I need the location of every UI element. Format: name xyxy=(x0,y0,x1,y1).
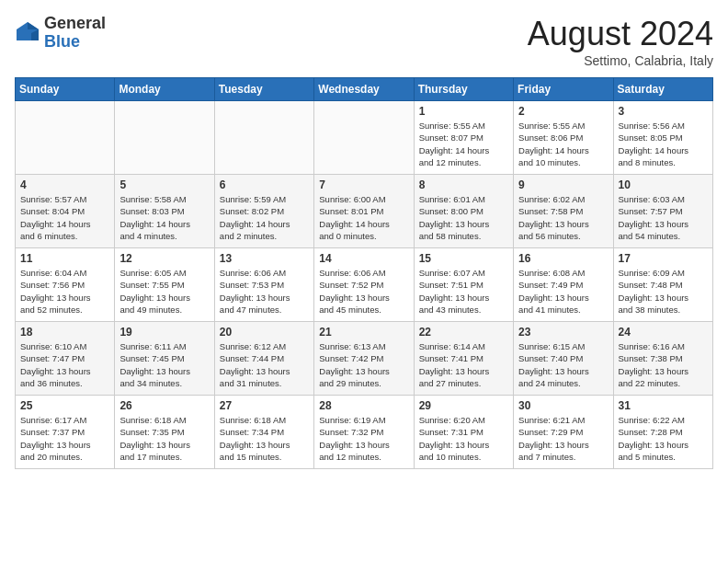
calendar-day: 30Sunrise: 6:21 AM Sunset: 7:29 PM Dayli… xyxy=(514,396,613,469)
day-info: Sunrise: 6:17 AM Sunset: 7:37 PM Dayligh… xyxy=(20,414,109,463)
calendar-day: 1Sunrise: 5:55 AM Sunset: 8:07 PM Daylig… xyxy=(414,101,513,175)
day-number: 12 xyxy=(119,252,209,265)
calendar-day: 8Sunrise: 6:01 AM Sunset: 8:00 PM Daylig… xyxy=(414,175,513,248)
day-info: Sunrise: 5:55 AM Sunset: 8:06 PM Dayligh… xyxy=(518,120,608,168)
title-area: August 2024 Settimo, Calabria, Italy xyxy=(528,15,713,68)
calendar-day: 20Sunrise: 6:12 AM Sunset: 7:44 PM Dayli… xyxy=(214,322,313,396)
calendar-day: 12Sunrise: 6:05 AM Sunset: 7:55 PM Dayli… xyxy=(115,248,214,322)
day-number: 6 xyxy=(220,178,309,191)
calendar-day: 15Sunrise: 6:07 AM Sunset: 7:51 PM Dayli… xyxy=(414,248,513,322)
calendar-table: SundayMondayTuesdayWednesdayThursdayFrid… xyxy=(15,77,713,469)
calendar-day: 27Sunrise: 6:18 AM Sunset: 7:34 PM Dayli… xyxy=(214,396,313,469)
calendar-day xyxy=(115,101,214,175)
location: Settimo, Calabria, Italy xyxy=(528,53,713,68)
calendar-day: 21Sunrise: 6:13 AM Sunset: 7:42 PM Dayli… xyxy=(314,322,414,396)
day-number: 7 xyxy=(319,178,408,191)
day-number: 19 xyxy=(119,326,209,339)
calendar-week: 4Sunrise: 5:57 AM Sunset: 8:04 PM Daylig… xyxy=(16,175,713,248)
calendar-day: 14Sunrise: 6:06 AM Sunset: 7:52 PM Dayli… xyxy=(314,248,414,322)
calendar-day: 23Sunrise: 6:15 AM Sunset: 7:40 PM Dayli… xyxy=(514,322,613,396)
day-info: Sunrise: 6:03 AM Sunset: 7:57 PM Dayligh… xyxy=(619,193,708,242)
calendar-day: 19Sunrise: 6:11 AM Sunset: 7:45 PM Dayli… xyxy=(115,322,214,396)
day-info: Sunrise: 5:58 AM Sunset: 8:03 PM Dayligh… xyxy=(119,193,209,242)
calendar-day: 25Sunrise: 6:17 AM Sunset: 7:37 PM Dayli… xyxy=(16,396,115,469)
day-number: 2 xyxy=(518,105,608,118)
calendar-day: 6Sunrise: 5:59 AM Sunset: 8:02 PM Daylig… xyxy=(214,175,313,248)
calendar-day: 5Sunrise: 5:58 AM Sunset: 8:03 PM Daylig… xyxy=(115,175,214,248)
day-header: Saturday xyxy=(613,78,712,101)
calendar-day: 31Sunrise: 6:22 AM Sunset: 7:28 PM Dayli… xyxy=(613,396,712,469)
day-number: 10 xyxy=(619,178,708,191)
day-header: Sunday xyxy=(16,78,115,101)
day-header: Tuesday xyxy=(214,78,313,101)
day-info: Sunrise: 5:59 AM Sunset: 8:02 PM Dayligh… xyxy=(220,193,309,242)
logo-text: General Blue xyxy=(44,15,106,52)
day-info: Sunrise: 6:20 AM Sunset: 7:31 PM Dayligh… xyxy=(419,414,508,463)
day-header: Friday xyxy=(514,78,613,101)
calendar-day: 22Sunrise: 6:14 AM Sunset: 7:41 PM Dayli… xyxy=(414,322,513,396)
day-info: Sunrise: 5:56 AM Sunset: 8:05 PM Dayligh… xyxy=(619,120,708,168)
calendar-day xyxy=(314,101,414,175)
day-info: Sunrise: 6:21 AM Sunset: 7:29 PM Dayligh… xyxy=(518,414,608,463)
calendar-day: 9Sunrise: 6:02 AM Sunset: 7:58 PM Daylig… xyxy=(514,175,613,248)
day-info: Sunrise: 6:01 AM Sunset: 8:00 PM Dayligh… xyxy=(419,193,508,242)
calendar-day: 26Sunrise: 6:18 AM Sunset: 7:35 PM Dayli… xyxy=(115,396,214,469)
day-number: 14 xyxy=(319,252,408,265)
calendar-day: 18Sunrise: 6:10 AM Sunset: 7:47 PM Dayli… xyxy=(16,322,115,396)
day-number: 26 xyxy=(119,399,209,412)
page-header: General Blue August 2024 Settimo, Calabr… xyxy=(15,15,713,68)
svg-marker-1 xyxy=(28,22,39,29)
day-info: Sunrise: 6:06 AM Sunset: 7:52 PM Dayligh… xyxy=(319,267,408,316)
day-info: Sunrise: 6:13 AM Sunset: 7:42 PM Dayligh… xyxy=(319,340,408,389)
day-number: 15 xyxy=(419,252,508,265)
calendar-week: 25Sunrise: 6:17 AM Sunset: 7:37 PM Dayli… xyxy=(16,396,713,469)
day-info: Sunrise: 6:14 AM Sunset: 7:41 PM Dayligh… xyxy=(419,340,508,389)
calendar-day: 28Sunrise: 6:19 AM Sunset: 7:32 PM Dayli… xyxy=(314,396,414,469)
day-number: 23 xyxy=(518,326,608,339)
calendar-day: 17Sunrise: 6:09 AM Sunset: 7:48 PM Dayli… xyxy=(613,248,712,322)
day-info: Sunrise: 6:22 AM Sunset: 7:28 PM Dayligh… xyxy=(619,414,708,463)
day-number: 13 xyxy=(220,252,309,265)
day-number: 25 xyxy=(20,399,109,412)
day-info: Sunrise: 6:02 AM Sunset: 7:58 PM Dayligh… xyxy=(518,193,608,242)
day-number: 28 xyxy=(319,399,408,412)
day-number: 22 xyxy=(419,326,508,339)
day-number: 9 xyxy=(518,178,608,191)
day-info: Sunrise: 6:09 AM Sunset: 7:48 PM Dayligh… xyxy=(619,267,708,316)
day-number: 17 xyxy=(619,252,708,265)
calendar-day xyxy=(214,101,313,175)
day-info: Sunrise: 6:15 AM Sunset: 7:40 PM Dayligh… xyxy=(518,340,608,389)
calendar-week: 18Sunrise: 6:10 AM Sunset: 7:47 PM Dayli… xyxy=(16,322,713,396)
day-number: 29 xyxy=(419,399,508,412)
calendar-day: 11Sunrise: 6:04 AM Sunset: 7:56 PM Dayli… xyxy=(16,248,115,322)
day-info: Sunrise: 6:19 AM Sunset: 7:32 PM Dayligh… xyxy=(319,414,408,463)
day-number: 3 xyxy=(619,105,708,118)
day-info: Sunrise: 6:05 AM Sunset: 7:55 PM Dayligh… xyxy=(119,267,209,316)
day-header: Monday xyxy=(115,78,214,101)
day-info: Sunrise: 6:16 AM Sunset: 7:38 PM Dayligh… xyxy=(619,340,708,389)
day-info: Sunrise: 6:07 AM Sunset: 7:51 PM Dayligh… xyxy=(419,267,508,316)
day-number: 18 xyxy=(20,326,109,339)
day-header: Thursday xyxy=(414,78,513,101)
calendar-day: 24Sunrise: 6:16 AM Sunset: 7:38 PM Dayli… xyxy=(613,322,712,396)
day-number: 8 xyxy=(419,178,508,191)
calendar-day: 10Sunrise: 6:03 AM Sunset: 7:57 PM Dayli… xyxy=(613,175,712,248)
calendar-day: 13Sunrise: 6:06 AM Sunset: 7:53 PM Dayli… xyxy=(214,248,313,322)
day-info: Sunrise: 6:11 AM Sunset: 7:45 PM Dayligh… xyxy=(119,340,209,389)
day-info: Sunrise: 5:55 AM Sunset: 8:07 PM Dayligh… xyxy=(419,120,508,168)
calendar-week: 11Sunrise: 6:04 AM Sunset: 7:56 PM Dayli… xyxy=(16,248,713,322)
day-info: Sunrise: 6:06 AM Sunset: 7:53 PM Dayligh… xyxy=(220,267,309,316)
day-number: 31 xyxy=(619,399,708,412)
calendar-day xyxy=(16,101,115,175)
day-info: Sunrise: 6:18 AM Sunset: 7:34 PM Dayligh… xyxy=(220,414,309,463)
day-number: 4 xyxy=(20,178,109,191)
calendar-day: 29Sunrise: 6:20 AM Sunset: 7:31 PM Dayli… xyxy=(414,396,513,469)
day-info: Sunrise: 6:00 AM Sunset: 8:01 PM Dayligh… xyxy=(319,193,408,242)
logo-icon xyxy=(15,20,40,46)
day-number: 1 xyxy=(419,105,508,118)
calendar-week: 1Sunrise: 5:55 AM Sunset: 8:07 PM Daylig… xyxy=(16,101,713,175)
day-number: 30 xyxy=(518,399,608,412)
day-number: 27 xyxy=(220,399,309,412)
day-header: Wednesday xyxy=(314,78,414,101)
day-info: Sunrise: 5:57 AM Sunset: 8:04 PM Dayligh… xyxy=(20,193,109,242)
